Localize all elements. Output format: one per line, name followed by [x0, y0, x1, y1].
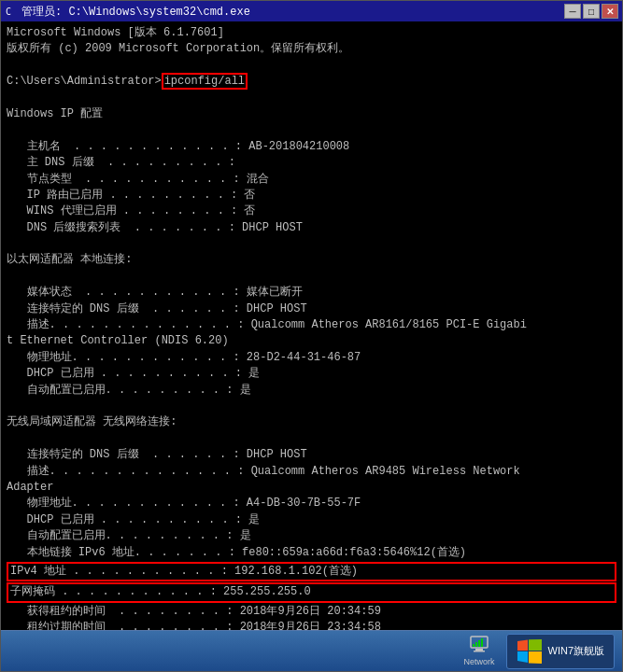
svg-marker-11 — [517, 651, 528, 663]
line-dns-suffix: 主 DNS 后缀 . . . . . . . . . : — [7, 155, 616, 171]
svg-marker-10 — [529, 639, 542, 651]
line-blank-7 — [7, 431, 616, 447]
line-lease-start: 获得租约的时间 . . . . . . . . : 2018年9月26日 20:… — [7, 604, 616, 620]
cmd-output[interactable]: Microsoft Windows [版本 6.1.7601] 版权所有 (c)… — [1, 21, 622, 630]
line-wifi-desc: 描述. . . . . . . . . . . . . . : Qualcomm… — [7, 464, 616, 480]
line-command: C:\Users\Administrator>ipconfig/all — [7, 74, 616, 90]
ipconfig-command-box: ipconfig/all — [162, 73, 248, 90]
line-blank-1 — [7, 58, 616, 74]
svg-rect-4 — [474, 651, 485, 652]
svg-marker-12 — [529, 651, 542, 664]
window-title: 管理员: C:\Windows\system32\cmd.exe — [21, 4, 250, 20]
window-controls: ─ □ ✕ — [564, 4, 618, 19]
line-blank-5 — [7, 269, 616, 285]
svg-text:C: C — [6, 7, 11, 17]
line-dns-search: DNS 后缀搜索列表 . . . . . . . : DHCP HOST — [7, 220, 616, 236]
network-label: Network — [463, 657, 494, 666]
svg-rect-3 — [475, 649, 483, 651]
line-wifi-dhcp: DHCP 已启用 . . . . . . . . . . : 是 — [7, 512, 616, 528]
line-blank-4 — [7, 236, 616, 252]
cmd-icon: C — [5, 5, 18, 18]
window-body: Microsoft Windows [版本 6.1.7601] 版权所有 (c)… — [1, 21, 622, 630]
line-media-state: 媒体状态 . . . . . . . . . . . : 媒体已断开 — [7, 285, 616, 301]
minimize-button[interactable]: ─ — [564, 4, 581, 19]
line-ipv6: 本地链接 IPv6 地址. . . . . . . : fe80::659a:a… — [7, 545, 616, 561]
title-bar: C 管理员: C:\Windows\system32\cmd.exe ─ □ ✕ — [1, 1, 622, 21]
line-eth-mac: 物理地址. . . . . . . . . . . . : 28-D2-44-3… — [7, 350, 616, 366]
logo-text: WIN7旗舰版 — [548, 644, 605, 658]
ipv4-box: IPv4 地址 . . . . . . . . . . . : 192.168.… — [7, 562, 616, 581]
taskbar: Network WIN7旗舰版 — [1, 630, 622, 671]
line-ip-routing: IP 路由已启用 . . . . . . . . . : 否 — [7, 188, 616, 203]
svg-rect-8 — [481, 638, 483, 647]
line-hostname: 主机名 . . . . . . . . . . . . : AB-2018042… — [7, 139, 616, 155]
line-wifi-mac: 物理地址. . . . . . . . . . . . : A4-DB-30-7… — [7, 496, 616, 511]
line-eth-autoconf: 自动配置已启用. . . . . . . . . : 是 — [7, 383, 616, 399]
line-blank-2 — [7, 91, 616, 106]
line-0: Microsoft Windows [版本 6.1.7601] — [7, 25, 616, 41]
line-wifi-autoconf: 自动配置已启用. . . . . . . . . : 是 — [7, 528, 616, 544]
line-wins: WINS 代理已启用 . . . . . . . . : 否 — [7, 203, 616, 219]
svg-rect-5 — [473, 644, 474, 647]
svg-rect-7 — [478, 640, 480, 647]
cmd-window: C 管理员: C:\Windows\system32\cmd.exe ─ □ ✕… — [0, 0, 623, 672]
title-bar-left: C 管理员: C:\Windows\system32\cmd.exe — [5, 4, 250, 20]
line-ethernet-header: 以太网适配器 本地连接: — [7, 252, 616, 268]
win-logo-icon — [517, 638, 543, 665]
maximize-button[interactable]: □ — [583, 4, 600, 19]
taskbar-logo: WIN7旗舰版 — [506, 634, 616, 669]
close-button[interactable]: ✕ — [602, 4, 618, 19]
line-lease-end: 租约过期的时间 . . . . . . . . : 2018年9月26日 23:… — [7, 620, 616, 630]
line-wifi-desc2: Adapter — [7, 480, 616, 496]
network-icon-area[interactable]: Network — [463, 636, 494, 666]
line-blank-6 — [7, 399, 616, 414]
svg-marker-9 — [517, 639, 528, 651]
svg-rect-6 — [475, 642, 477, 647]
line-eth-desc: 描述. . . . . . . . . . . . . . : Qualcomm… — [7, 317, 616, 333]
line-eth-dns: 连接特定的 DNS 后缀 . . . . . . : DHCP HOST — [7, 301, 616, 317]
subnet-box: 子网掩码 . . . . . . . . . . . : 255.255.255… — [7, 582, 616, 602]
line-eth-dhcp: DHCP 已启用 . . . . . . . . . . : 是 — [7, 366, 616, 382]
line-wifi-header: 无线局域网适配器 无线网络连接: — [7, 414, 616, 430]
line-blank-3 — [7, 122, 616, 138]
line-node-type: 节点类型 . . . . . . . . . . . : 混合 — [7, 172, 616, 188]
line-win-ip: Windows IP 配置 — [7, 106, 616, 122]
network-icon — [469, 636, 489, 657]
line-wifi-dns: 连接特定的 DNS 后缀 . . . . . . : DHCP HOST — [7, 447, 616, 463]
line-1: 版权所有 (c) 2009 Microsoft Corporation。保留所有… — [7, 41, 616, 57]
line-eth-desc2: t Ethernet Controller (NDIS 6.20) — [7, 333, 616, 349]
